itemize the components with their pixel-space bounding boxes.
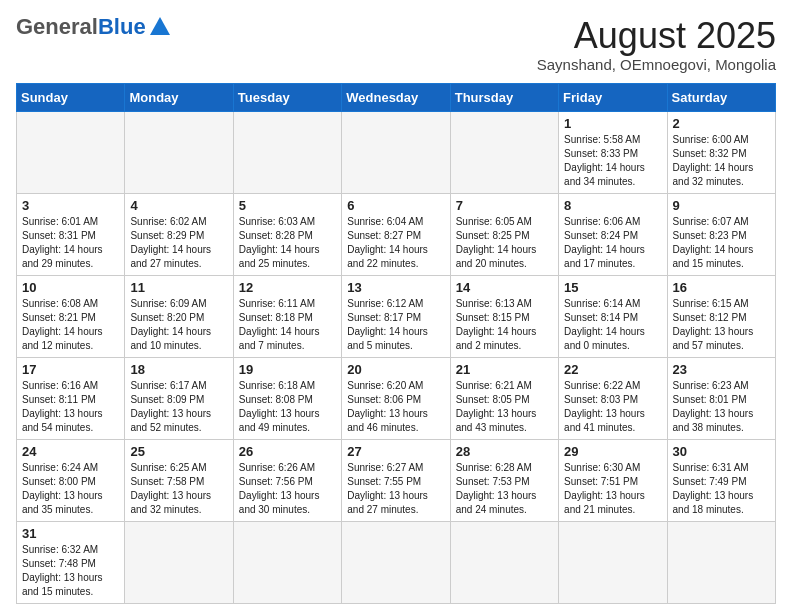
day-number: 27 xyxy=(347,444,444,459)
calendar-cell: 30Sunrise: 6:31 AM Sunset: 7:49 PM Dayli… xyxy=(667,439,775,521)
calendar-subtitle: Saynshand, OEmnoegovi, Mongolia xyxy=(537,56,776,73)
calendar-cell: 10Sunrise: 6:08 AM Sunset: 8:21 PM Dayli… xyxy=(17,275,125,357)
calendar-week-row: 17Sunrise: 6:16 AM Sunset: 8:11 PM Dayli… xyxy=(17,357,776,439)
day-info: Sunrise: 6:07 AM Sunset: 8:23 PM Dayligh… xyxy=(673,215,770,271)
logo-triangle-icon xyxy=(150,17,170,35)
weekday-header-monday: Monday xyxy=(125,83,233,111)
calendar-cell: 4Sunrise: 6:02 AM Sunset: 8:29 PM Daylig… xyxy=(125,193,233,275)
day-info: Sunrise: 6:08 AM Sunset: 8:21 PM Dayligh… xyxy=(22,297,119,353)
calendar-cell: 9Sunrise: 6:07 AM Sunset: 8:23 PM Daylig… xyxy=(667,193,775,275)
calendar-cell xyxy=(450,521,558,603)
day-number: 28 xyxy=(456,444,553,459)
calendar-cell: 21Sunrise: 6:21 AM Sunset: 8:05 PM Dayli… xyxy=(450,357,558,439)
calendar-cell: 25Sunrise: 6:25 AM Sunset: 7:58 PM Dayli… xyxy=(125,439,233,521)
page-header: General Blue August 2025 Saynshand, OEmn… xyxy=(16,16,776,73)
title-block: August 2025 Saynshand, OEmnoegovi, Mongo… xyxy=(537,16,776,73)
calendar-cell: 13Sunrise: 6:12 AM Sunset: 8:17 PM Dayli… xyxy=(342,275,450,357)
day-info: Sunrise: 6:27 AM Sunset: 7:55 PM Dayligh… xyxy=(347,461,444,517)
weekday-header-saturday: Saturday xyxy=(667,83,775,111)
day-info: Sunrise: 6:18 AM Sunset: 8:08 PM Dayligh… xyxy=(239,379,336,435)
day-number: 1 xyxy=(564,116,661,131)
calendar-cell xyxy=(450,111,558,193)
logo-general-text: General xyxy=(16,16,98,38)
calendar-cell: 24Sunrise: 6:24 AM Sunset: 8:00 PM Dayli… xyxy=(17,439,125,521)
day-number: 7 xyxy=(456,198,553,213)
calendar-cell: 18Sunrise: 6:17 AM Sunset: 8:09 PM Dayli… xyxy=(125,357,233,439)
calendar-cell: 7Sunrise: 6:05 AM Sunset: 8:25 PM Daylig… xyxy=(450,193,558,275)
logo-blue-text: Blue xyxy=(98,16,146,38)
day-info: Sunrise: 6:11 AM Sunset: 8:18 PM Dayligh… xyxy=(239,297,336,353)
calendar-cell xyxy=(342,111,450,193)
day-info: Sunrise: 6:05 AM Sunset: 8:25 PM Dayligh… xyxy=(456,215,553,271)
calendar-table: SundayMondayTuesdayWednesdayThursdayFrid… xyxy=(16,83,776,604)
calendar-week-row: 3Sunrise: 6:01 AM Sunset: 8:31 PM Daylig… xyxy=(17,193,776,275)
calendar-cell xyxy=(667,521,775,603)
weekday-header-wednesday: Wednesday xyxy=(342,83,450,111)
day-number: 18 xyxy=(130,362,227,377)
day-number: 8 xyxy=(564,198,661,213)
day-number: 17 xyxy=(22,362,119,377)
day-info: Sunrise: 6:26 AM Sunset: 7:56 PM Dayligh… xyxy=(239,461,336,517)
calendar-week-row: 1Sunrise: 5:58 AM Sunset: 8:33 PM Daylig… xyxy=(17,111,776,193)
day-number: 14 xyxy=(456,280,553,295)
calendar-week-row: 24Sunrise: 6:24 AM Sunset: 8:00 PM Dayli… xyxy=(17,439,776,521)
day-info: Sunrise: 6:09 AM Sunset: 8:20 PM Dayligh… xyxy=(130,297,227,353)
day-number: 26 xyxy=(239,444,336,459)
calendar-cell: 11Sunrise: 6:09 AM Sunset: 8:20 PM Dayli… xyxy=(125,275,233,357)
day-info: Sunrise: 6:23 AM Sunset: 8:01 PM Dayligh… xyxy=(673,379,770,435)
day-info: Sunrise: 6:17 AM Sunset: 8:09 PM Dayligh… xyxy=(130,379,227,435)
day-info: Sunrise: 6:15 AM Sunset: 8:12 PM Dayligh… xyxy=(673,297,770,353)
calendar-cell: 26Sunrise: 6:26 AM Sunset: 7:56 PM Dayli… xyxy=(233,439,341,521)
calendar-cell: 6Sunrise: 6:04 AM Sunset: 8:27 PM Daylig… xyxy=(342,193,450,275)
day-number: 31 xyxy=(22,526,119,541)
calendar-cell: 12Sunrise: 6:11 AM Sunset: 8:18 PM Dayli… xyxy=(233,275,341,357)
calendar-cell: 23Sunrise: 6:23 AM Sunset: 8:01 PM Dayli… xyxy=(667,357,775,439)
calendar-cell xyxy=(559,521,667,603)
calendar-cell xyxy=(233,521,341,603)
day-info: Sunrise: 6:20 AM Sunset: 8:06 PM Dayligh… xyxy=(347,379,444,435)
day-number: 10 xyxy=(22,280,119,295)
day-number: 4 xyxy=(130,198,227,213)
day-number: 9 xyxy=(673,198,770,213)
calendar-cell xyxy=(233,111,341,193)
day-number: 20 xyxy=(347,362,444,377)
day-info: Sunrise: 6:24 AM Sunset: 8:00 PM Dayligh… xyxy=(22,461,119,517)
day-info: Sunrise: 6:04 AM Sunset: 8:27 PM Dayligh… xyxy=(347,215,444,271)
day-info: Sunrise: 6:28 AM Sunset: 7:53 PM Dayligh… xyxy=(456,461,553,517)
calendar-cell: 27Sunrise: 6:27 AM Sunset: 7:55 PM Dayli… xyxy=(342,439,450,521)
day-number: 12 xyxy=(239,280,336,295)
day-info: Sunrise: 6:01 AM Sunset: 8:31 PM Dayligh… xyxy=(22,215,119,271)
calendar-cell: 28Sunrise: 6:28 AM Sunset: 7:53 PM Dayli… xyxy=(450,439,558,521)
day-number: 2 xyxy=(673,116,770,131)
calendar-cell xyxy=(125,111,233,193)
day-info: Sunrise: 6:14 AM Sunset: 8:14 PM Dayligh… xyxy=(564,297,661,353)
calendar-cell: 16Sunrise: 6:15 AM Sunset: 8:12 PM Dayli… xyxy=(667,275,775,357)
calendar-cell xyxy=(17,111,125,193)
calendar-cell: 29Sunrise: 6:30 AM Sunset: 7:51 PM Dayli… xyxy=(559,439,667,521)
day-info: Sunrise: 6:12 AM Sunset: 8:17 PM Dayligh… xyxy=(347,297,444,353)
day-number: 21 xyxy=(456,362,553,377)
calendar-week-row: 10Sunrise: 6:08 AM Sunset: 8:21 PM Dayli… xyxy=(17,275,776,357)
calendar-cell: 2Sunrise: 6:00 AM Sunset: 8:32 PM Daylig… xyxy=(667,111,775,193)
day-number: 19 xyxy=(239,362,336,377)
calendar-cell: 22Sunrise: 6:22 AM Sunset: 8:03 PM Dayli… xyxy=(559,357,667,439)
calendar-cell: 1Sunrise: 5:58 AM Sunset: 8:33 PM Daylig… xyxy=(559,111,667,193)
weekday-header-sunday: Sunday xyxy=(17,83,125,111)
day-number: 25 xyxy=(130,444,227,459)
day-info: Sunrise: 6:32 AM Sunset: 7:48 PM Dayligh… xyxy=(22,543,119,599)
day-number: 15 xyxy=(564,280,661,295)
calendar-cell: 31Sunrise: 6:32 AM Sunset: 7:48 PM Dayli… xyxy=(17,521,125,603)
day-number: 29 xyxy=(564,444,661,459)
day-number: 13 xyxy=(347,280,444,295)
day-info: Sunrise: 6:25 AM Sunset: 7:58 PM Dayligh… xyxy=(130,461,227,517)
day-info: Sunrise: 6:00 AM Sunset: 8:32 PM Dayligh… xyxy=(673,133,770,189)
day-info: Sunrise: 6:16 AM Sunset: 8:11 PM Dayligh… xyxy=(22,379,119,435)
calendar-cell: 20Sunrise: 6:20 AM Sunset: 8:06 PM Dayli… xyxy=(342,357,450,439)
day-number: 16 xyxy=(673,280,770,295)
day-info: Sunrise: 6:22 AM Sunset: 8:03 PM Dayligh… xyxy=(564,379,661,435)
weekday-header-tuesday: Tuesday xyxy=(233,83,341,111)
calendar-cell: 19Sunrise: 6:18 AM Sunset: 8:08 PM Dayli… xyxy=(233,357,341,439)
calendar-cell: 15Sunrise: 6:14 AM Sunset: 8:14 PM Dayli… xyxy=(559,275,667,357)
day-info: Sunrise: 6:13 AM Sunset: 8:15 PM Dayligh… xyxy=(456,297,553,353)
day-info: Sunrise: 6:03 AM Sunset: 8:28 PM Dayligh… xyxy=(239,215,336,271)
